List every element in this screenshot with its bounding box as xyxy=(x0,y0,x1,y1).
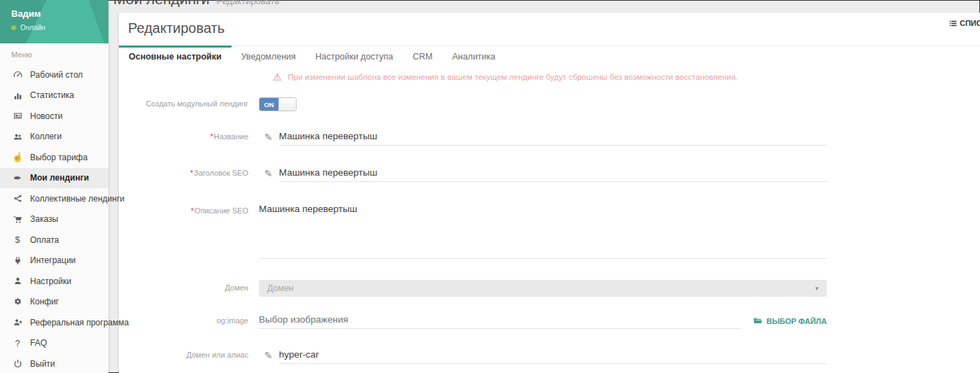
question-icon: ? xyxy=(11,339,24,348)
modular-landing-toggle[interactable]: ON xyxy=(259,97,297,111)
sidebar-item-label: Коллеги xyxy=(30,132,62,141)
list-button-label: СПИСОК xyxy=(960,19,980,27)
online-dot-icon xyxy=(11,25,16,30)
sidebar-item-logout[interactable]: Выйти xyxy=(0,353,108,373)
gears-icon xyxy=(11,297,24,307)
form-row-alias: Домен или алиас ✎ xyxy=(119,347,980,364)
tab-notifications[interactable]: Уведомления xyxy=(232,46,306,66)
sidebar-item-settings[interactable]: Настройки xyxy=(0,271,108,292)
plug-icon xyxy=(11,256,24,265)
news-icon xyxy=(11,111,24,120)
dashboard-icon xyxy=(11,70,24,79)
page-title-text: Мои лендинги xyxy=(113,0,209,7)
sidebar-item-payment[interactable]: $Оплата xyxy=(0,230,108,251)
sidebar-item-label: Реферальная программа xyxy=(30,318,129,328)
bar-chart-icon xyxy=(11,91,24,100)
name-input[interactable] xyxy=(279,130,827,145)
share-icon xyxy=(11,194,24,203)
og-image-label: og:image xyxy=(119,316,259,325)
hand-pointer-icon: ☝ xyxy=(11,153,24,162)
form-row-domain: Домен Домен ▾ xyxy=(119,280,980,297)
form-row-og-image: og:image ВЫБОР ФАЙЛА xyxy=(119,314,980,328)
app-window: Вадим Онлайн Меню Рабочий столСтатистика… xyxy=(0,0,980,373)
alias-input[interactable] xyxy=(279,349,827,363)
cart-icon xyxy=(11,215,24,224)
sidebar-menu: Рабочий столСтатистикаНовостиКоллеги☝Выб… xyxy=(0,64,108,373)
users-icon xyxy=(11,132,24,141)
alias-label: Домен или алиас xyxy=(119,351,259,360)
pencil-icon: ✎ xyxy=(264,132,273,142)
pencil-icon: ✎ xyxy=(264,351,273,360)
tab-crm[interactable]: CRM xyxy=(403,46,442,66)
sidebar-item-referral[interactable]: Реферальная программа xyxy=(0,312,108,333)
user-name: Вадим xyxy=(11,8,97,19)
list-icon xyxy=(949,20,957,27)
domain-select-value: Домен xyxy=(267,283,815,293)
sidebar-item-label: Настройки xyxy=(30,276,71,286)
sidebar-item-config[interactable]: Конфиг xyxy=(0,292,108,313)
sidebar-item-label: Новости xyxy=(30,111,62,121)
domain-label: Домен xyxy=(119,283,259,293)
sidebar-item-news[interactable]: Новости xyxy=(0,106,108,127)
user-status-label: Онлайн xyxy=(20,24,45,31)
form-row-modular: Создать модульный лендинг ON xyxy=(119,97,980,111)
form-row-name: Название ✎ xyxy=(119,129,980,146)
seo-title-input[interactable] xyxy=(279,167,827,181)
seo-title-label: Заголовок SEO xyxy=(119,169,259,178)
tab-main-settings[interactable]: Основные настройки xyxy=(119,46,232,66)
sidebar-item-label: Заказы xyxy=(30,214,58,224)
toggle-on-label: ON xyxy=(260,98,278,111)
tab-content: ⚠ При изменении шаблона все изменения в … xyxy=(119,67,980,373)
list-button[interactable]: СПИСОК xyxy=(949,19,980,27)
caret-down-icon: ▾ xyxy=(815,285,818,292)
sidebar-item-colleagues[interactable]: Коллеги xyxy=(0,127,108,148)
sidebar-item-collective-landings[interactable]: Коллективные лендинги xyxy=(0,188,108,209)
user-status: Онлайн xyxy=(11,24,97,31)
modular-landing-label: Создать модульный лендинг xyxy=(119,99,259,108)
tab-analytics[interactable]: Аналитика xyxy=(442,46,505,66)
sidebar-item-label: Выбор тарифа xyxy=(30,153,87,162)
pen-icon: ✒ xyxy=(11,174,24,183)
warning-banner: ⚠ При изменении шаблона все изменения в … xyxy=(273,72,980,82)
main-area: Мои лендингиРедактировать Редактировать … xyxy=(108,0,980,373)
user-icon xyxy=(11,276,24,286)
tab-access-settings[interactable]: Настройки доступа xyxy=(306,46,403,66)
pencil-icon: ✎ xyxy=(264,169,273,178)
sidebar-item-integrations[interactable]: Интеграции xyxy=(0,251,108,272)
sidebar-item-statistics[interactable]: Статистика xyxy=(0,85,108,106)
sidebar-item-label: Статистика xyxy=(30,90,74,100)
domain-select[interactable]: Домен ▾ xyxy=(259,280,827,297)
sidebar-item-orders[interactable]: Заказы xyxy=(0,209,108,230)
power-icon xyxy=(11,359,24,368)
choose-file-label: ВЫБОР ФАЙЛА xyxy=(767,317,827,325)
menu-section-label: Меню xyxy=(0,43,108,64)
sidebar-item-workspace[interactable]: Рабочий стол xyxy=(0,64,108,85)
sidebar-item-label: Выйти xyxy=(30,359,55,369)
sidebar-item-label: Коллективные лендинги xyxy=(30,194,125,204)
page-subtitle: Редактировать xyxy=(216,0,279,6)
sidebar-item-faq[interactable]: ?FAQ xyxy=(0,333,108,354)
page-title: Мои лендингиРедактировать xyxy=(113,0,279,8)
sidebar-item-label: FAQ xyxy=(30,338,47,348)
sidebar: Вадим Онлайн Меню Рабочий столСтатистика… xyxy=(0,0,108,373)
sidebar-item-my-landings[interactable]: ✒Мои лендинги xyxy=(0,168,108,189)
tab-bar: Основные настройкиУведомленияНастройки д… xyxy=(119,45,980,66)
form-row-seo-title: Заголовок SEO ✎ xyxy=(119,165,980,182)
user-plus-icon xyxy=(11,318,24,327)
form-row-seo-description: Описание SEO Машинка перевертыш xyxy=(119,203,980,259)
toggle-knob xyxy=(278,98,296,111)
warning-text: При изменении шаблона все изменения в ва… xyxy=(288,73,738,81)
choose-file-button[interactable]: ВЫБОР ФАЙЛА xyxy=(753,316,827,325)
card-title: Редактировать xyxy=(128,20,225,36)
sidebar-item-label: Мои лендинги xyxy=(30,173,89,183)
og-image-input[interactable] xyxy=(259,314,741,328)
seo-description-label: Описание SEO xyxy=(119,206,259,216)
seo-description-textarea[interactable]: Машинка перевертыш xyxy=(259,203,827,259)
name-label: Название xyxy=(119,132,259,141)
dollar-icon: $ xyxy=(11,235,24,244)
sidebar-item-label: Конфиг xyxy=(30,297,59,307)
sidebar-item-label: Интеграции xyxy=(30,255,76,265)
edit-card: Редактировать СПИСОК Основные настройкиУ… xyxy=(119,13,980,373)
sidebar-item-tariff[interactable]: ☝Выбор тарифа xyxy=(0,147,108,168)
sidebar-user-header: Вадим Онлайн xyxy=(0,0,108,43)
